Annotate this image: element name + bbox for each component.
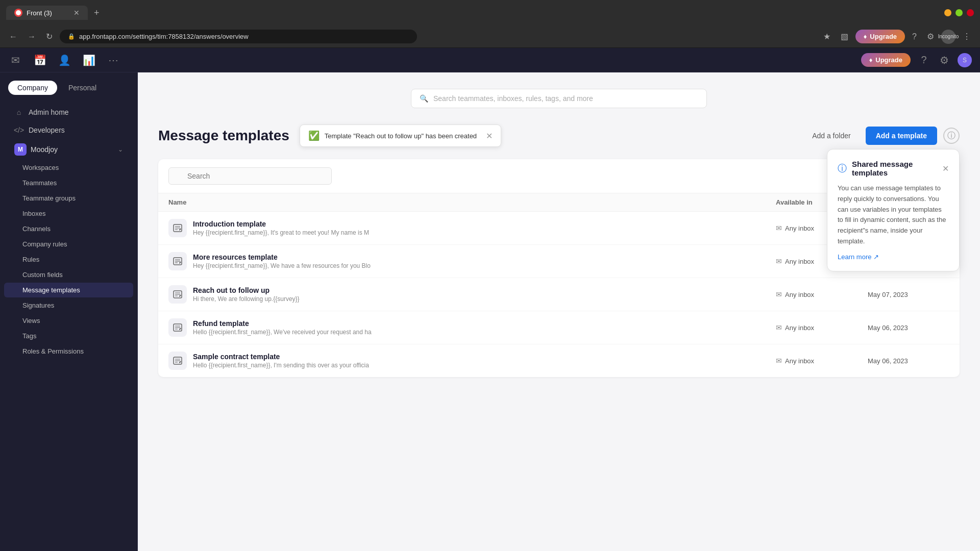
svg-point-0 <box>16 10 21 15</box>
address-bar[interactable]: 🔒 app.frontapp.com/settings/tim:7858132/… <box>60 30 417 43</box>
available-in-2: ✉ Any inbox <box>776 290 868 298</box>
template-icon-1 <box>168 252 187 270</box>
sidebar-item-views[interactable]: Views <box>4 313 133 328</box>
maximize-button[interactable] <box>955 9 963 16</box>
sidebar-item-teammate-groups[interactable]: Teammate groups <box>4 191 133 206</box>
help-icon[interactable]: ? <box>909 31 920 42</box>
analytics-icon[interactable]: 📊 <box>82 53 96 67</box>
tab-favicon <box>14 9 22 17</box>
template-info-1: More resources template Hey {{recipient.… <box>168 252 776 270</box>
calendar-icon[interactable]: 📅 <box>33 53 47 67</box>
learn-more-link[interactable]: Learn more ↗ <box>838 253 949 261</box>
toolbar-right: ♦ Upgrade ? ⚙ S <box>861 53 972 67</box>
table-row[interactable]: Refund template Hello {{recipient.first_… <box>158 311 960 344</box>
sidebar-item-teammates[interactable]: Teammates <box>4 176 133 190</box>
refresh-button[interactable]: ↻ <box>43 30 56 43</box>
sidebar-item-custom-fields[interactable]: Custom fields <box>4 267 133 282</box>
personal-tab[interactable]: Personal <box>59 81 106 95</box>
moodjoy-icon: M <box>14 143 27 156</box>
info-panel-body: You can use message templates to reply q… <box>838 183 949 247</box>
info-panel-close-button[interactable]: ✕ <box>942 164 949 173</box>
table-row[interactable]: Reach out to follow up Hi there, We are … <box>158 278 960 311</box>
add-template-button[interactable]: Add a template <box>866 127 937 145</box>
template-icon-0 <box>168 219 187 237</box>
toast-close-button[interactable]: ✕ <box>486 131 493 141</box>
sidebar-item-tags[interactable]: Tags <box>4 329 133 343</box>
contacts-icon[interactable]: 👤 <box>57 53 71 67</box>
new-tab-button[interactable]: + <box>92 6 102 20</box>
extensions-icon[interactable]: ▧ <box>838 31 851 42</box>
sidebar-tabs: Company Personal <box>0 72 137 99</box>
template-text-4: Sample contract template Hello {{recipie… <box>193 353 369 369</box>
back-button[interactable]: ← <box>6 30 20 43</box>
search-input[interactable] <box>168 167 332 185</box>
sidebar-item-roles-permissions[interactable]: Roles & Permissions <box>4 344 133 359</box>
template-info-4: Sample contract template Hello {{recipie… <box>168 352 776 370</box>
inbox-icon-3: ✉ <box>776 323 782 332</box>
sidebar-group-moodjoy[interactable]: M Moodjoy ⌄ <box>4 139 133 160</box>
inbox-icon-4: ✉ <box>776 357 782 365</box>
page-actions: Add a folder Add a template ⓘ <box>803 127 960 145</box>
sidebar-item-channels[interactable]: Channels <box>4 221 133 236</box>
more-icon[interactable]: ⋯ <box>106 53 120 67</box>
close-window-button[interactable] <box>967 9 974 16</box>
sidebar-item-company-rules[interactable]: Company rules <box>4 237 133 252</box>
menu-icon[interactable]: ⋮ <box>960 31 974 42</box>
add-folder-button[interactable]: Add a folder <box>803 127 860 144</box>
forward-button[interactable]: → <box>24 30 39 43</box>
lock-icon: 🔒 <box>68 33 75 40</box>
address-bar-row: ← → ↻ 🔒 app.frontapp.com/settings/tim:78… <box>0 26 980 48</box>
global-search-icon: 🔍 <box>420 94 428 103</box>
external-link-icon: ↗ <box>873 253 879 261</box>
template-icon-3 <box>168 318 187 337</box>
page-header: Message templates ✅ Template "Reach out … <box>158 124 960 147</box>
sidebar-item-signatures[interactable]: Signatures <box>4 298 133 313</box>
home-icon: ⌂ <box>14 108 23 117</box>
content-body: Message templates ✅ Template "Reach out … <box>138 108 980 393</box>
sidebar-item-workspaces[interactable]: Workspaces <box>4 160 133 175</box>
settings-icon[interactable]: ⚙ <box>924 31 937 42</box>
compose-icon[interactable]: ✉ <box>8 53 22 67</box>
info-button[interactable]: ⓘ <box>943 128 960 144</box>
date-cell-3: May 06, 2023 <box>868 324 949 332</box>
upgrade-diamond-icon: ♦ <box>864 33 867 40</box>
sidebar-item-rules[interactable]: Rules <box>4 252 133 267</box>
user-avatar[interactable]: S <box>958 53 972 67</box>
sidebar-item-developers[interactable]: </> Developers <box>4 121 133 139</box>
success-toast: ✅ Template "Reach out to follow up" has … <box>300 124 501 147</box>
date-cell-4: May 06, 2023 <box>868 357 949 365</box>
search-wrapper: 🔍 <box>168 167 332 185</box>
available-in-3: ✉ Any inbox <box>776 323 868 332</box>
group-chevron-icon: ⌄ <box>118 146 123 153</box>
sidebar: Company Personal ⌂ Admin home </> Develo… <box>0 72 138 551</box>
tab-close-btn[interactable]: ✕ <box>74 9 80 17</box>
bookmark-icon[interactable]: ★ <box>820 31 834 42</box>
header-upgrade-button[interactable]: ♦ Upgrade <box>861 53 911 67</box>
info-panel-icon: ⓘ <box>838 162 847 174</box>
table-row[interactable]: Sample contract template Hello {{recipie… <box>158 344 960 377</box>
global-search-bar[interactable]: 🔍 Search teammates, inboxes, rules, tags… <box>411 89 707 108</box>
global-search-placeholder: Search teammates, inboxes, rules, tags, … <box>433 94 593 103</box>
settings-button[interactable]: ⚙ <box>937 53 951 67</box>
info-panel-title: Shared message templates <box>852 160 937 177</box>
help-button[interactable]: ? <box>917 53 931 67</box>
incognito-avatar[interactable]: Incognito <box>941 30 955 44</box>
tab-title: Front (3) <box>27 9 52 17</box>
company-tab[interactable]: Company <box>8 81 57 95</box>
inbox-icon-0: ✉ <box>776 224 782 232</box>
sidebar-item-admin-home[interactable]: ⌂ Admin home <box>4 104 133 121</box>
window-controls <box>944 9 974 16</box>
template-text-1: More resources template Hey {{recipient.… <box>193 253 371 269</box>
sidebar-item-message-templates[interactable]: Message templates <box>4 283 133 297</box>
info-icon: ⓘ <box>947 131 955 141</box>
sidebar-item-inboxes[interactable]: Inboxes <box>4 206 133 221</box>
browser-tab[interactable]: Front (3) ✕ <box>6 6 88 20</box>
template-info-3: Refund template Hello {{recipient.first_… <box>168 318 776 337</box>
template-text-3: Refund template Hello {{recipient.first_… <box>193 319 372 336</box>
template-text-0: Introduction template Hey {{recipient.fi… <box>193 220 369 236</box>
inbox-icon-1: ✉ <box>776 257 782 265</box>
template-info-0: Introduction template Hey {{recipient.fi… <box>168 219 776 237</box>
upgrade-button[interactable]: ♦ Upgrade <box>855 30 905 43</box>
address-bar-actions: ★ ▧ ♦ Upgrade ? ⚙ Incognito ⋮ <box>820 30 974 44</box>
minimize-button[interactable] <box>944 9 951 16</box>
